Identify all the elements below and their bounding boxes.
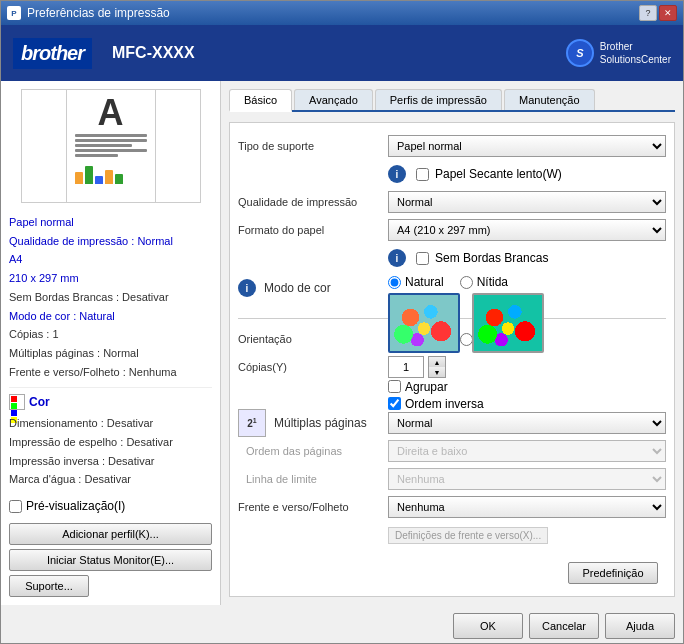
multiplas-row: 21 Múltiplas páginas Normal [238, 412, 666, 434]
copias-row: Cópias(Y) ▲ ▼ [238, 356, 666, 378]
tab-avancado[interactable]: Avançado [294, 89, 373, 110]
frente-verso-label: Frente e verso/Folheto [238, 501, 388, 513]
formato-select[interactable]: A4 (210 x 297 mm) [388, 219, 666, 241]
copies-spinner: ▲ ▼ [428, 356, 446, 378]
nitida-radio[interactable]: Nítida [460, 275, 508, 289]
preview-lines [75, 134, 147, 157]
formato-control: A4 (210 x 297 mm) [388, 219, 666, 241]
natural-image-item[interactable] [388, 293, 460, 353]
linha-limite-label: Linha de limite [238, 473, 388, 485]
close-button[interactable]: ✕ [659, 5, 677, 21]
copias-control: ▲ ▼ [388, 356, 666, 378]
tab-perfis[interactable]: Perfis de impressão [375, 89, 502, 110]
nitida-image-item[interactable] [472, 293, 544, 353]
qualidade-label: Qualidade de impressão [238, 196, 388, 208]
agrupar-checkbox[interactable] [388, 380, 401, 393]
chart-bar [115, 174, 123, 184]
papel-secante-row: i Papel Secante lento(W) [238, 163, 666, 185]
qualidade-select[interactable]: Normal [388, 191, 666, 213]
definicoes-row: Definições de frente e verso(X)... [238, 524, 666, 546]
print-preferences-window: P Preferências de impressão ? ✕ brother … [0, 0, 684, 644]
info-line: Papel normal [9, 213, 212, 232]
natural-image [390, 295, 458, 351]
preview-checkbox-row: Pré-visualização(I) [9, 499, 212, 513]
solutions-center: S BrotherSolutionsCenter [566, 39, 671, 67]
info-line: Qualidade de impressão : Normal [9, 232, 212, 251]
title-bar-buttons: ? ✕ [639, 5, 677, 21]
ordem-paginas-select[interactable]: Direita e baixo [388, 440, 666, 462]
solutions-text: BrotherSolutionsCenter [600, 40, 671, 66]
info-icon-1[interactable]: i [388, 165, 406, 183]
agrupar-row: Agrupar Ordem inversa [238, 384, 666, 406]
ordem-inversa-checkbox[interactable] [388, 397, 401, 410]
definicoes-control: Definições de frente e verso(X)... [388, 527, 666, 544]
cor-info-line: Marca d'água : Desativar [9, 470, 212, 489]
linha-limite-row: Linha de limite Nenhuma [238, 468, 666, 490]
preview-chart [75, 164, 147, 184]
color-section: Cor Dimensionamento : Desativar Impressã… [9, 387, 212, 489]
frente-verso-select[interactable]: Nenhuma [388, 496, 666, 518]
nitida-radio-input[interactable] [460, 276, 473, 289]
tipo-suporte-select[interactable]: Papel normal [388, 135, 666, 157]
color-icon [9, 394, 25, 410]
agrupar-checkbox-row: Agrupar [388, 380, 666, 394]
definicoes-button[interactable]: Definições de frente e verso(X)... [388, 527, 548, 544]
tipo-suporte-control: Papel normal [388, 135, 666, 157]
natural-label: Natural [405, 275, 444, 289]
bottom-right-buttons: OK Cancelar Ajuda [453, 613, 675, 639]
add-profile-button[interactable]: Adicionar perfil(K)... [9, 523, 212, 545]
color-header: Cor [9, 394, 212, 410]
preview-line [75, 144, 133, 147]
chart-bar [105, 170, 113, 184]
papel-secante-control: i Papel Secante lento(W) [388, 165, 666, 183]
ordem-inversa-checkbox-row: Ordem inversa [388, 397, 666, 411]
content-area: A [1, 81, 683, 605]
ajuda-button[interactable]: Ajuda [605, 613, 675, 639]
multiplas-select[interactable]: Normal [388, 412, 666, 434]
modo-cor-row: i Modo de cor Natural Nítid [238, 275, 666, 308]
info-section: Papel normal Qualidade de impressão : No… [9, 211, 212, 491]
linha-limite-select[interactable]: Nenhuma [388, 468, 666, 490]
ok-button[interactable]: OK [453, 613, 523, 639]
help-button[interactable]: ? [639, 5, 657, 21]
natural-radio-input[interactable] [388, 276, 401, 289]
copies-up-button[interactable]: ▲ [429, 357, 445, 367]
cancelar-button[interactable]: Cancelar [529, 613, 599, 639]
copies-down-button[interactable]: ▼ [429, 367, 445, 377]
info-line: Cópias : 1 [9, 325, 212, 344]
natural-radio[interactable]: Natural [388, 275, 444, 289]
window-icon: P [7, 6, 21, 20]
suporte-button[interactable]: Suporte... [9, 575, 89, 597]
preview-label: Pré-visualização(I) [26, 499, 125, 513]
nitida-image [474, 295, 542, 351]
preview-paper: A [66, 89, 156, 203]
tipo-suporte-label: Tipo de suporte [238, 140, 388, 152]
window-title: Preferências de impressão [27, 6, 170, 20]
preview-letter: A [75, 95, 147, 131]
chart-bar [85, 166, 93, 184]
natural-thumb [388, 293, 460, 353]
info-line: A4 [9, 250, 212, 269]
predef-row: Predefinição [238, 562, 666, 584]
orientacao-label: Orientação [238, 333, 388, 345]
papel-secante-checkbox[interactable] [416, 168, 429, 181]
predef-button[interactable]: Predefinição [568, 562, 658, 584]
status-monitor-button[interactable]: Iniciar Status Monitor(E)... [9, 549, 212, 571]
preview-line [75, 134, 147, 137]
right-panel: Básico Avançado Perfis de impressão Manu… [221, 81, 683, 605]
ordem-paginas-control: Direita e baixo [388, 440, 666, 462]
modo-cor-radio-group: Natural Nítida [388, 275, 666, 289]
info-line: Sem Bordas Brancas : Desativar [9, 288, 212, 307]
info-icon-2[interactable]: i [388, 249, 406, 267]
ordem-paginas-label: Ordem das páginas [238, 445, 388, 457]
model-name: MFC-XXXX [112, 44, 195, 62]
copies-input[interactable] [388, 356, 424, 378]
preview-checkbox[interactable] [9, 500, 22, 513]
tab-basico[interactable]: Básico [229, 89, 292, 112]
sem-bordas-checkbox[interactable] [416, 252, 429, 265]
tab-manutencao[interactable]: Manutenção [504, 89, 595, 110]
form-area: Tipo de suporte Papel normal i P [229, 122, 675, 597]
info-icon-3[interactable]: i [238, 279, 256, 297]
info-line: Modo de cor : Natural [9, 307, 212, 326]
preview-line [75, 149, 147, 152]
